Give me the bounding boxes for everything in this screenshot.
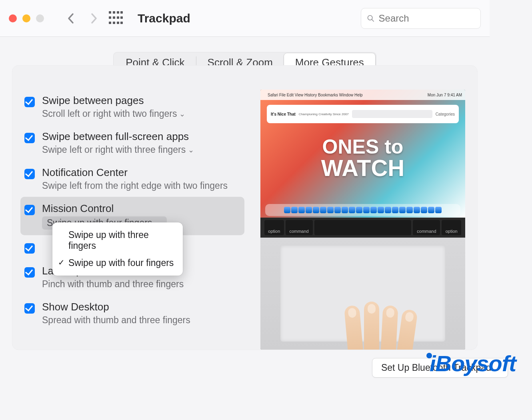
menubar-status: Mon Jun 7 9:41 AM bbox=[428, 93, 462, 97]
gesture-preview: Safari File Edit View History Bookmarks … bbox=[260, 90, 465, 350]
preview-menubar: Safari File Edit View History Bookmarks … bbox=[260, 90, 465, 100]
checkbox[interactable] bbox=[24, 303, 35, 314]
svg-line-1 bbox=[372, 19, 374, 21]
search-input[interactable] bbox=[379, 13, 475, 24]
page-title: Trackpad bbox=[138, 12, 190, 25]
minimize-icon[interactable] bbox=[22, 14, 30, 22]
checkbox[interactable] bbox=[24, 267, 35, 278]
chevron-down-icon: ⌄ bbox=[188, 146, 194, 154]
preview-trackpad bbox=[260, 238, 465, 350]
preview-fingers bbox=[346, 298, 426, 350]
setting-title: Swipe between pages bbox=[42, 94, 185, 107]
search-icon bbox=[367, 14, 375, 23]
setting-swipe-apps: Swipe between full-screen apps Swipe lef… bbox=[20, 125, 244, 161]
key: option bbox=[442, 220, 461, 235]
zoom-icon[interactable] bbox=[36, 14, 44, 22]
settings-panel: Swipe between pages Scroll left or right… bbox=[12, 65, 478, 350]
close-icon[interactable] bbox=[9, 14, 17, 22]
chevron-down-icon: ⌄ bbox=[179, 110, 185, 118]
toolbar: Trackpad bbox=[0, 0, 490, 37]
setting-subtitle: Swipe left from the right edge with two … bbox=[42, 180, 228, 191]
dropdown-option[interactable]: Swipe up with three fingers bbox=[52, 226, 183, 254]
setting-subtitle: Spread with thumb and three fingers bbox=[42, 315, 190, 326]
checkbox[interactable] bbox=[24, 97, 35, 107]
setting-notification-center: Notification Center Swipe left from the … bbox=[20, 161, 244, 197]
checkbox[interactable] bbox=[24, 169, 35, 179]
show-all-icon[interactable] bbox=[109, 11, 123, 26]
setting-subtitle[interactable]: Swipe left or right with three fingers⌄ bbox=[42, 144, 194, 155]
setting-title: Mission Control bbox=[42, 202, 167, 215]
preview-dock bbox=[265, 204, 460, 216]
setting-subtitle: Pinch with thumb and three fingers bbox=[42, 279, 184, 290]
window-controls bbox=[9, 14, 44, 22]
setting-show-desktop: Show Desktop Spread with thumb and three… bbox=[20, 295, 244, 331]
address-bar bbox=[352, 110, 432, 118]
forward-button[interactable] bbox=[86, 11, 101, 26]
site-tagline: Championing Creativity Since 2007 bbox=[299, 112, 349, 116]
preview-headline: ONES to WATCH bbox=[260, 138, 465, 179]
menubar-items: Safari File Edit View History Bookmarks … bbox=[268, 93, 363, 97]
checkbox[interactable] bbox=[24, 205, 35, 215]
search-field[interactable] bbox=[361, 8, 481, 29]
preview-safari-bar: It's Nice That Championing Creativity Si… bbox=[267, 105, 459, 123]
setting-swipe-pages: Swipe between pages Scroll left or right… bbox=[20, 89, 244, 125]
categories-label: Categories bbox=[436, 112, 455, 116]
key: command bbox=[286, 220, 313, 235]
setting-subtitle[interactable]: Scroll left or right with two fingers⌄ bbox=[42, 108, 185, 119]
key: command bbox=[413, 220, 440, 235]
setting-title: Notification Center bbox=[42, 166, 228, 179]
key: option bbox=[264, 220, 284, 235]
back-button[interactable] bbox=[64, 11, 78, 26]
dropdown-option-selected[interactable]: Swipe up with four fingers bbox=[52, 254, 183, 272]
checkbox[interactable] bbox=[24, 133, 35, 143]
dropdown-menu: Swipe up with three fingers Swipe up wit… bbox=[52, 222, 183, 276]
preview-screen: Safari File Edit View History Bookmarks … bbox=[260, 90, 465, 218]
setting-title: Swipe between full-screen apps bbox=[42, 130, 194, 143]
gesture-settings: Swipe between pages Scroll left or right… bbox=[12, 82, 252, 350]
site-logo: It's Nice That bbox=[271, 112, 296, 116]
key-spacebar bbox=[314, 220, 412, 235]
preview-keyboard: option command command option bbox=[260, 218, 465, 238]
watermark: iBoysoft bbox=[424, 350, 516, 376]
preferences-window: Trackpad Point & Click Scroll & Zoom Mor… bbox=[0, 0, 490, 358]
checkbox[interactable] bbox=[24, 243, 35, 254]
setting-title: Show Desktop bbox=[42, 301, 190, 313]
